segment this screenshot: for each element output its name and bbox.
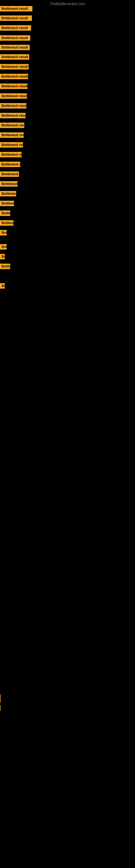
bottleneck-result-badge[interactable]: Bottleneck result xyxy=(0,93,27,99)
bottleneck-result-badge[interactable]: Bottleneck result xyxy=(0,35,30,41)
bottleneck-result-badge[interactable]: Bottleneck result xyxy=(0,64,29,69)
bottleneck-result-badge[interactable]: Bottleneck result xyxy=(0,132,24,138)
bottleneck-result-badge[interactable]: Bottleneck result xyxy=(0,162,20,167)
bottleneck-result-badge[interactable]: Bottleneck result xyxy=(0,84,28,89)
bottleneck-result-badge[interactable]: Bot xyxy=(0,244,7,250)
bottleneck-result-badge[interactable]: Bottleneck result xyxy=(0,103,27,108)
bottleneck-result-badge[interactable]: Bo xyxy=(0,254,5,259)
bottleneck-result-badge[interactable]: Bottleneck result xyxy=(0,152,21,157)
bottleneck-result-badge[interactable]: Bottle xyxy=(0,211,10,216)
bottleneck-result-badge[interactable]: Bottleneck result xyxy=(0,172,19,177)
bottleneck-result-badge[interactable]: Bo xyxy=(0,283,5,289)
bottleneck-result-badge[interactable]: Bottleneck result xyxy=(0,142,23,148)
bottleneck-result-badge[interactable]: Bottleneck result xyxy=(0,191,16,196)
bottleneck-result-badge[interactable]: Bot xyxy=(0,230,7,236)
bottleneck-result-badge[interactable]: Bottleneck result xyxy=(0,54,29,60)
bottleneck-result-badge[interactable]: Bottleneck result xyxy=(0,25,31,31)
bottleneck-result-badge[interactable]: Bottleneck result xyxy=(0,45,30,50)
bottleneck-result-badge[interactable]: Bottleneck result xyxy=(0,181,17,187)
bottleneck-result-badge[interactable]: Bottleneck result xyxy=(0,123,24,128)
bottleneck-indicator xyxy=(0,705,1,711)
bottleneck-result-badge[interactable]: Bottleneck result xyxy=(0,16,32,21)
bottleneck-result-badge[interactable]: Bottleneck result xyxy=(0,113,26,118)
bottleneck-result-badge[interactable]: Bottleneck result xyxy=(0,6,32,11)
bottleneck-result-badge[interactable]: Bottleneck xyxy=(0,201,14,206)
bottleneck-result-badge[interactable]: Bottle xyxy=(0,264,10,269)
bottleneck-result-badge[interactable]: Bottleneck result xyxy=(0,74,28,79)
bottleneck-result-badge[interactable]: Bottlenec xyxy=(0,220,13,226)
bottleneck-indicator xyxy=(0,694,1,703)
